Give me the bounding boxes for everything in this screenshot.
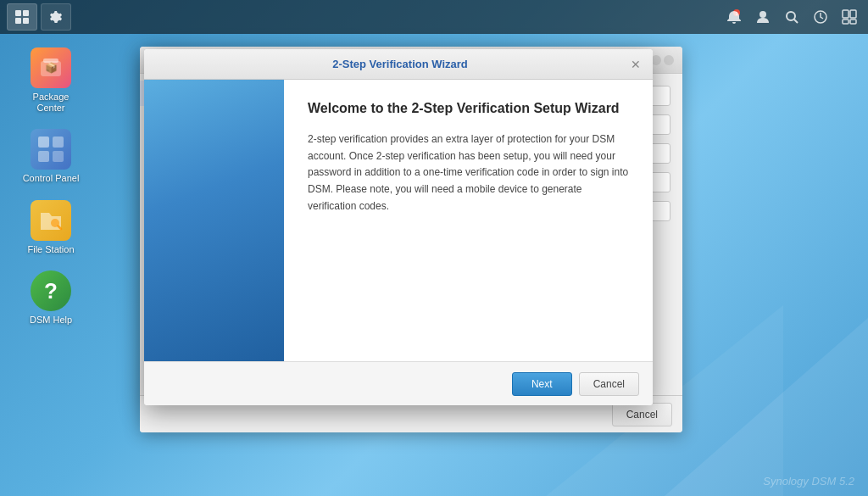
- svg-rect-3: [23, 18, 29, 24]
- wizard-title: 2-Step Verification Wizard: [171, 58, 629, 70]
- package-center-icon[interactable]: 📦 Package Center: [17, 42, 85, 119]
- svg-rect-18: [53, 137, 64, 148]
- clock-icon[interactable]: [809, 5, 832, 29]
- svg-line-8: [794, 20, 798, 23]
- svg-point-6: [760, 11, 766, 18]
- svg-rect-17: [38, 137, 49, 148]
- control-panel-icon[interactable]: Control Panel: [17, 124, 85, 189]
- desktop-icons: 📦 Package Center Control Panel File Stat…: [17, 42, 85, 331]
- wizard-heading: Welcome to the 2-Step Verification Setup…: [308, 100, 629, 118]
- taskbar-right: 1: [722, 5, 861, 29]
- window-icon[interactable]: [837, 5, 861, 29]
- file-station-icon[interactable]: File Station: [17, 195, 85, 260]
- file-station-label: File Station: [27, 244, 74, 255]
- settings-button[interactable]: [41, 3, 71, 31]
- svg-rect-10: [843, 10, 849, 18]
- wizard-next-btn[interactable]: Next: [512, 372, 572, 396]
- file-station-img: [31, 200, 71, 241]
- notification-icon[interactable]: 1: [722, 5, 746, 29]
- svg-rect-12: [843, 20, 849, 24]
- wizard-close-btn[interactable]: ✕: [629, 58, 643, 71]
- control-panel-img: [31, 129, 71, 170]
- user-icon[interactable]: [751, 5, 775, 29]
- svg-rect-19: [38, 151, 49, 162]
- synology-brand: Synology DSM 5.2: [763, 475, 854, 488]
- taskbar: 1: [0, 0, 868, 34]
- svg-rect-13: [850, 20, 856, 24]
- dsm-help-icon[interactable]: ? DSM Help: [17, 265, 85, 331]
- wizard-body-text: 2-step verification provides an extra la…: [308, 131, 629, 215]
- svg-point-7: [787, 12, 795, 20]
- wizard-header: 2-Step Verification Wizard ✕: [144, 49, 653, 80]
- wizard-sidebar: [144, 80, 284, 361]
- apps-button[interactable]: [7, 3, 37, 31]
- wizard-body: Welcome to the 2-Step Verification Setup…: [144, 80, 653, 361]
- wizard-cancel-btn[interactable]: Cancel: [579, 372, 639, 396]
- package-center-img: 📦: [31, 47, 71, 88]
- dsm-help-label: DSM Help: [30, 315, 72, 326]
- package-center-label: Package Center: [22, 92, 80, 114]
- svg-rect-11: [850, 10, 856, 18]
- search-icon[interactable]: [780, 5, 804, 29]
- svg-rect-1: [23, 10, 29, 16]
- svg-text:📦: 📦: [45, 61, 58, 74]
- control-panel-label: Control Panel: [23, 173, 80, 184]
- svg-rect-20: [53, 151, 64, 162]
- wizard-footer: Next Cancel: [144, 361, 653, 405]
- svg-rect-2: [15, 18, 21, 24]
- dsm-help-img: ?: [31, 270, 71, 311]
- maximize-panel-btn[interactable]: [664, 55, 674, 65]
- taskbar-left: [7, 3, 71, 31]
- wizard-modal: 2-Step Verification Wizard ✕ Welcome to …: [144, 49, 653, 405]
- wizard-content: Welcome to the 2-Step Verification Setup…: [284, 80, 653, 361]
- svg-rect-0: [15, 10, 21, 16]
- settings-cancel-btn[interactable]: Cancel: [612, 403, 672, 426]
